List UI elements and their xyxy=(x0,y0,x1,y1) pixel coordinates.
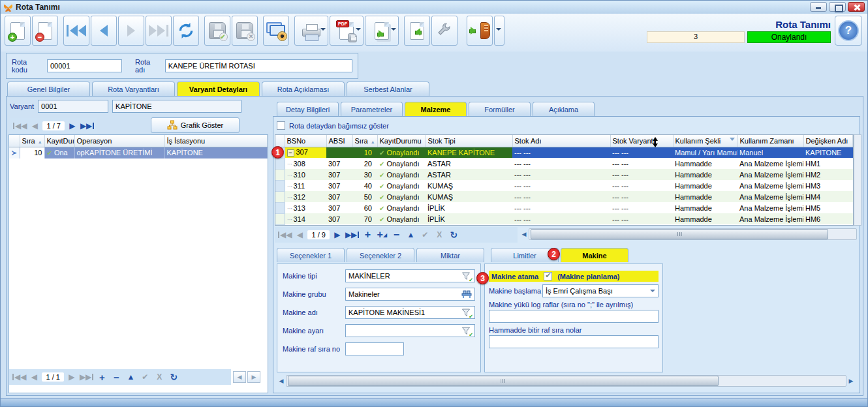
col-bsno[interactable]: BSNo xyxy=(285,135,326,147)
rota-kodu-input[interactable] xyxy=(47,59,122,72)
mz-cancel-button[interactable]: X xyxy=(433,228,446,241)
op-add-child-button[interactable]: + xyxy=(95,370,108,384)
independent-checkbox[interactable] xyxy=(277,121,285,130)
tab-serbest-alanlar[interactable]: Serbest Alanlar xyxy=(347,82,429,96)
mz-last-button[interactable]: ▶▶ xyxy=(345,228,360,241)
col-kullanim-zamani[interactable]: Kullanım Zamanı xyxy=(737,135,803,147)
table-row[interactable]: 310 307 30 Onaylandı ASTAR --- --- --- -… xyxy=(275,169,853,180)
op-first-button[interactable]: ◀◀ xyxy=(12,370,26,384)
makine-atama-checkbox[interactable] xyxy=(544,272,552,280)
op-delete-button[interactable]: − xyxy=(110,370,123,384)
new-record-button[interactable] xyxy=(5,16,31,46)
col-kullanim-sekli[interactable]: Kullanım Şekli xyxy=(673,135,737,147)
rota-adi-input[interactable] xyxy=(165,59,352,72)
print-button[interactable] xyxy=(294,16,328,46)
col-operasyon[interactable]: Operasyon xyxy=(74,135,164,147)
table-row[interactable]: 314 307 70 Onaylandı İPLİK --- --- --- -… xyxy=(275,213,853,224)
op-edit-button[interactable]: ▲ xyxy=(124,370,137,384)
mz-add-child-button[interactable]: +◢ xyxy=(375,228,388,241)
scroll-thumb[interactable] xyxy=(531,229,828,239)
col-kayitdurumu2[interactable]: KayıtDurumu xyxy=(377,135,426,147)
makine-raf-input[interactable] xyxy=(345,342,404,355)
makine-adi-field[interactable]: KAPİTONE MAKİNESİ1 xyxy=(345,306,475,319)
table-row[interactable]: 311 307 40 Onaylandı KUMAŞ --- --- --- -… xyxy=(275,180,853,191)
mz-refresh-button[interactable]: ↻ xyxy=(447,228,460,241)
scroll-right-icon[interactable]: ▶ xyxy=(846,375,856,387)
pdf-dropdown-icon[interactable] xyxy=(356,28,361,33)
tab-secenekler-1[interactable]: Seçenekler 1 xyxy=(277,248,345,262)
tab-malzeme[interactable]: Malzeme xyxy=(405,102,467,116)
previous-record-button[interactable] xyxy=(91,16,117,46)
cancel-save-button[interactable] xyxy=(232,16,258,46)
table-row[interactable]: 312 307 50 Onaylandı KUMAŞ --- --- --- -… xyxy=(275,191,853,202)
makine-yuku-input[interactable] xyxy=(489,310,659,323)
col-mz-sira[interactable]: Sıra xyxy=(352,135,377,147)
op-next-button[interactable]: ▶ xyxy=(65,370,78,384)
import-button[interactable] xyxy=(404,16,430,46)
op-last-button[interactable]: ▶▶ xyxy=(80,370,94,384)
last-record-button[interactable] xyxy=(146,16,172,46)
last-page-button[interactable]: ▶▶ xyxy=(80,119,95,132)
next-record-button[interactable] xyxy=(118,16,144,46)
prev-page-button[interactable]: ◀ xyxy=(28,119,41,132)
first-record-button[interactable] xyxy=(63,16,89,46)
varyant-name-input[interactable] xyxy=(112,100,241,113)
copy-dropdown-icon[interactable] xyxy=(391,28,396,33)
tree-collapse-icon[interactable] xyxy=(287,149,294,157)
col-stok-tipi[interactable]: Stok Tipi xyxy=(426,135,512,147)
makine-tipi-field[interactable]: MAKİNELER xyxy=(345,269,475,282)
tab-varyant-detaylari[interactable]: Varyant Detayları xyxy=(177,82,260,96)
mz-next-button[interactable]: ▶ xyxy=(331,228,344,241)
col-kayitdurumu[interactable]: KayıtDuı xyxy=(44,135,74,147)
col-is-istasyonu[interactable]: İş İstasyonu xyxy=(164,135,268,147)
scroll-right-icon[interactable]: ▶ xyxy=(247,371,260,383)
delete-record-button[interactable] xyxy=(32,16,58,46)
next-page-button[interactable]: ▶ xyxy=(66,119,79,132)
exit-dropdown-button[interactable] xyxy=(494,16,504,46)
lookup-funnel-icon[interactable] xyxy=(461,271,472,280)
save-button[interactable] xyxy=(204,16,230,46)
mz-first-button[interactable]: ◀◀ xyxy=(277,228,292,241)
exit-button[interactable] xyxy=(467,16,493,46)
maximize-button[interactable] xyxy=(829,2,846,12)
malzeme-vscroll[interactable] xyxy=(854,134,861,226)
pdf-export-button[interactable]: PDF xyxy=(330,16,364,46)
panel-hscrollbar[interactable]: ◀ ▶ xyxy=(277,374,856,387)
col-sira[interactable]: Sıra xyxy=(20,135,44,147)
copy-transfer-button[interactable] xyxy=(365,16,399,46)
minimize-button[interactable] xyxy=(810,2,827,12)
tab-aciklama[interactable]: Açıklama xyxy=(533,102,595,116)
mz-add-button[interactable]: + xyxy=(361,228,374,241)
makine-ayari-field[interactable] xyxy=(345,324,475,337)
tab-rota-aciklamasi[interactable]: Rota Açıklaması xyxy=(262,82,345,96)
scroll-left-icon[interactable]: ◀ xyxy=(519,228,529,240)
scroll-left-icon[interactable]: ◀ xyxy=(277,375,286,387)
col-absno[interactable]: ABSI xyxy=(326,135,352,147)
col-stok-adi[interactable]: Stok Adı xyxy=(512,135,610,147)
refresh-button[interactable] xyxy=(173,16,199,46)
table-row[interactable]: 313 307 60 Onaylandı İPLİK --- --- --- -… xyxy=(275,202,853,213)
grafik-goster-button[interactable]: Grafik Göster xyxy=(151,117,240,133)
op-refresh-button[interactable]: ↻ xyxy=(167,370,180,384)
print-dropdown-icon[interactable] xyxy=(320,28,326,33)
tab-rota-varyantlari[interactable]: Rota Varyantları xyxy=(92,82,175,96)
preview-button[interactable] xyxy=(263,16,289,46)
first-page-button[interactable]: ◀◀ xyxy=(12,119,27,132)
scroll-thumb[interactable] xyxy=(288,376,719,386)
tab-secenekler-2[interactable]: Seçenekler 2 xyxy=(347,248,414,262)
tab-formuller[interactable]: Formüller xyxy=(469,102,531,116)
op-post-button[interactable]: ✔ xyxy=(138,370,151,384)
makine-grubu-field[interactable]: Makineler xyxy=(345,288,475,301)
mz-edit-button[interactable]: ▲ xyxy=(404,228,417,241)
lookup-funnel-icon[interactable] xyxy=(461,326,472,335)
makine-baslama-select[interactable]: İş Emri Çalışma Başı xyxy=(542,284,659,297)
machine-group-icon[interactable] xyxy=(461,290,472,299)
varyant-code-input[interactable] xyxy=(38,100,108,113)
mz-post-button[interactable]: ✔ xyxy=(418,228,431,241)
scroll-left-icon[interactable]: ◀ xyxy=(233,371,246,383)
lookup-funnel-icon[interactable] xyxy=(461,308,472,317)
op-prev-button[interactable]: ◀ xyxy=(27,370,40,384)
malzeme-hscrollbar[interactable]: ◀ xyxy=(519,228,857,241)
tab-detay-bilgileri[interactable]: Detay Bilgileri xyxy=(277,102,339,116)
col-degisken-adi[interactable]: Değişken Adı xyxy=(803,135,853,147)
